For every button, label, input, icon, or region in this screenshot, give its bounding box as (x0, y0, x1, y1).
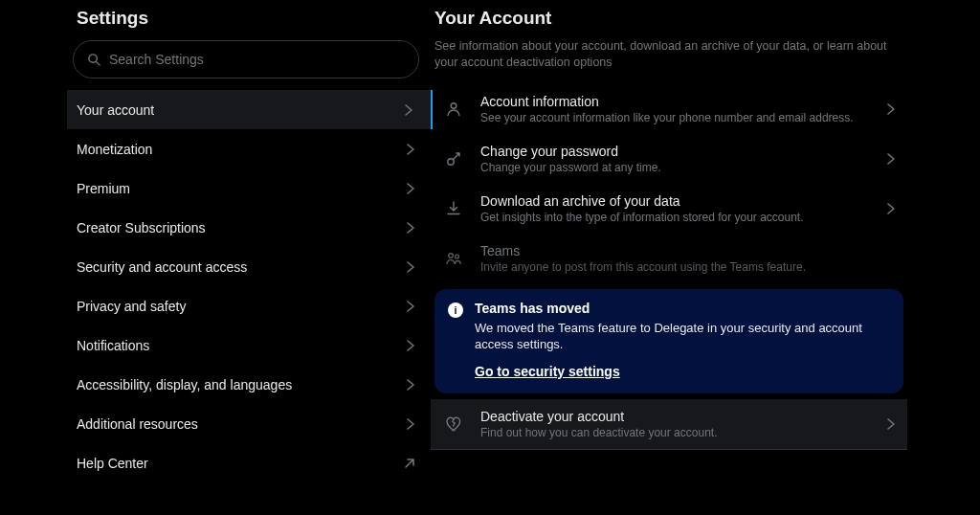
row-title: Teams (480, 243, 898, 258)
nav-item-label: Privacy and safety (77, 299, 186, 314)
search-container[interactable] (73, 40, 419, 78)
deactivate-account-row[interactable]: Deactivate your account Find out how you… (431, 399, 907, 450)
chevron-right-icon (402, 416, 417, 432)
download-icon (444, 200, 463, 217)
search-input[interactable] (109, 52, 405, 67)
nav-item-notifications[interactable]: Notifications (67, 325, 433, 365)
row-subtitle: See your account information like your p… (480, 111, 865, 124)
info-icon: i (448, 302, 463, 318)
notice-title: Teams has moved (475, 301, 890, 316)
row-title: Account information (480, 94, 865, 109)
settings-row-download-an-archive-of-your-data[interactable]: Download an archive of your dataGet insi… (431, 184, 907, 234)
nav-item-your-account[interactable]: Your account (67, 90, 433, 129)
notice-link[interactable]: Go to security settings (475, 364, 620, 379)
nav-item-security-and-account-access[interactable]: Security and account access (67, 247, 433, 286)
row-title: Change your password (480, 144, 865, 159)
chevron-right-icon (882, 201, 898, 216)
settings-nav: Your accountMonetizationPremiumCreator S… (67, 90, 431, 482)
nav-item-additional-resources[interactable]: Additional resources (67, 404, 433, 443)
nav-item-help-center[interactable]: Help Center (67, 443, 433, 482)
nav-item-label: Help Center (77, 456, 148, 471)
main-panel: Your Account See information about your … (431, 0, 980, 515)
chevron-right-icon (402, 338, 417, 353)
nav-item-label: Additional resources (77, 416, 198, 432)
nav-item-label: Creator Subscriptions (77, 220, 206, 235)
person-icon (444, 101, 463, 118)
page-description: See information about your account, down… (431, 38, 907, 84)
nav-item-accessibility-display-and-languages[interactable]: Accessibility, display, and languages (67, 365, 433, 404)
deactivate-sub: Find out how you can deactivate your acc… (480, 426, 865, 439)
nav-item-premium[interactable]: Premium (67, 168, 433, 208)
chevron-right-icon (882, 151, 898, 167)
teams-moved-notice: i Teams has moved We moved the Teams fea… (434, 289, 903, 393)
chevron-right-icon (402, 299, 417, 314)
nav-item-creator-subscriptions[interactable]: Creator Subscriptions (67, 208, 433, 247)
nav-item-privacy-and-safety[interactable]: Privacy and safety (67, 286, 433, 325)
nav-item-label: Monetization (77, 142, 152, 157)
notice-body: We moved the Teams feature to Delegate i… (475, 320, 890, 353)
team-icon (444, 250, 463, 267)
heartbreak-icon (444, 415, 463, 433)
chevron-right-icon (402, 377, 417, 392)
settings-row-teams: TeamsInvite anyone to post from this acc… (431, 234, 907, 283)
nav-item-label: Security and account access (77, 259, 247, 275)
nav-item-label: Accessibility, display, and languages (77, 377, 292, 392)
chevron-right-icon (400, 102, 415, 118)
row-title: Download an archive of your data (480, 193, 865, 209)
settings-row-account-information[interactable]: Account informationSee your account info… (431, 84, 907, 134)
settings-title: Settings (67, 2, 431, 40)
chevron-right-icon (402, 259, 417, 275)
nav-item-monetization[interactable]: Monetization (67, 129, 433, 168)
chevron-right-icon (402, 220, 417, 235)
row-subtitle: Get insights into the type of informatio… (480, 211, 865, 224)
row-subtitle: Invite anyone to post from this account … (480, 260, 898, 274)
key-icon (444, 150, 463, 168)
nav-item-label: Premium (77, 181, 130, 196)
settings-sidebar: Settings Your accountMonetizationPremium… (0, 0, 431, 515)
nav-item-label: Notifications (77, 338, 149, 353)
external-link-icon (402, 456, 417, 471)
settings-row-change-your-password[interactable]: Change your passwordChange your password… (431, 134, 907, 184)
chevron-right-icon (882, 101, 898, 117)
chevron-right-icon (402, 181, 417, 196)
page-title: Your Account (431, 2, 907, 38)
search-icon (87, 53, 101, 67)
chevron-right-icon (882, 416, 898, 432)
chevron-right-icon (402, 142, 417, 157)
nav-item-label: Your account (77, 102, 154, 118)
deactivate-title: Deactivate your account (480, 409, 865, 424)
row-subtitle: Change your password at any time. (480, 161, 865, 174)
